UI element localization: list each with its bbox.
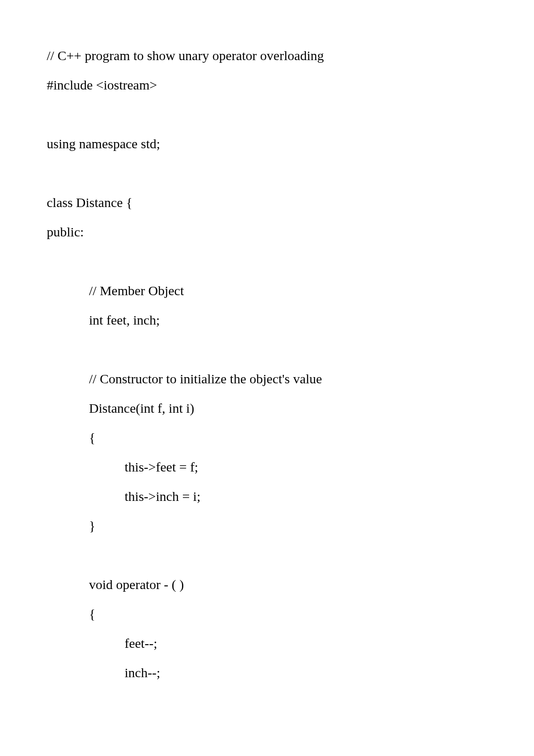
blank-line [47,108,487,121]
blank-line [47,549,487,562]
code-line: public: [47,225,487,239]
code-line: int feet, inch; [47,313,487,327]
code-line: using namespace std; [47,137,487,150]
code-line: inch--; [47,666,487,679]
code-line: void operator - ( ) [47,578,487,591]
code-line: } [47,519,487,532]
code-line: feet--; [47,637,487,650]
code-line: this->feet = f; [47,460,487,474]
blank-line [47,167,487,180]
blank-line [47,255,487,268]
code-line: class Distance { [47,196,487,209]
code-line: Distance(int f, int i) [47,402,487,415]
code-line: this->inch = i; [47,490,487,503]
code-block: // C++ program to show unary operator ov… [47,49,487,695]
blank-line [47,343,487,356]
code-line: { [47,607,487,621]
code-line: { [47,431,487,444]
code-line: // Member Object [47,284,487,297]
code-line: // C++ program to show unary operator ov… [47,49,487,62]
code-line: // Constructor to initialize the object'… [47,372,487,386]
code-line: #include <iostream> [47,78,487,92]
